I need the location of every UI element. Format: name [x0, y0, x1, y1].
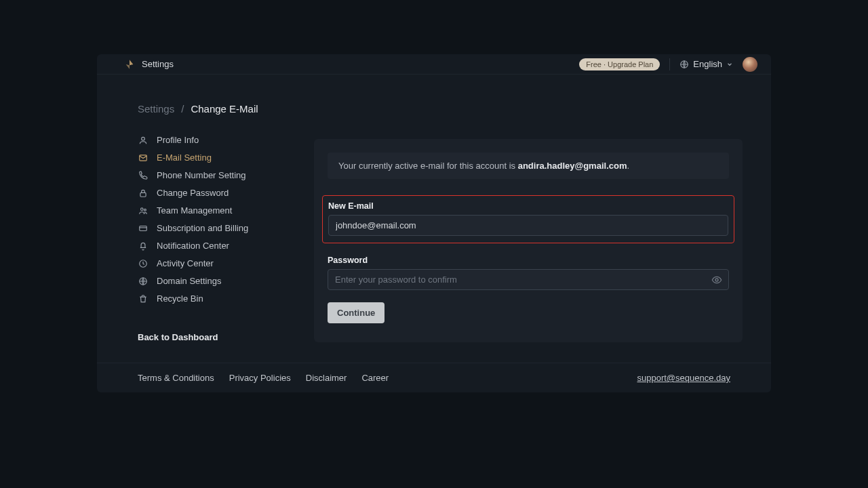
sidebar-item-label: Subscription and Billing [157, 223, 248, 233]
user-icon [138, 136, 149, 145]
password-input[interactable] [328, 269, 729, 290]
separator [669, 58, 670, 70]
lock-icon [138, 188, 149, 198]
footer-link-terms-conditions[interactable]: Terms & Conditions [138, 373, 214, 383]
sidebar-item-activity-center[interactable]: Activity Center [138, 258, 287, 268]
upgrade-plan-pill[interactable]: Free · Upgrade Plan [579, 58, 660, 70]
sidebar-item-phone-number-setting[interactable]: Phone Number Setting [138, 170, 287, 180]
sidebar-item-label: Change Password [157, 188, 229, 198]
sidebar-item-subscription-and-billing[interactable]: Subscription and Billing [138, 223, 287, 233]
sidebar-item-label: Profile Info [157, 135, 199, 145]
footer-link-career[interactable]: Career [361, 373, 389, 383]
back-to-dashboard[interactable]: Back to Dashboard [138, 332, 287, 342]
avatar[interactable] [743, 57, 757, 72]
svg-point-5 [144, 209, 146, 211]
svg-rect-3 [140, 192, 146, 197]
svg-rect-6 [140, 226, 147, 230]
current-email-suffix: . [627, 161, 629, 171]
page-title: Settings [142, 59, 174, 69]
footer-link-disclaimer[interactable]: Disclaimer [306, 373, 347, 383]
globe-icon [138, 277, 149, 286]
bell-icon [138, 241, 149, 251]
new-email-input[interactable] [328, 215, 728, 236]
sidebar-item-label: Phone Number Setting [157, 170, 246, 180]
current-email-banner: Your currently active e-mail for this ac… [328, 152, 729, 179]
sidebar-item-label: E-Mail Setting [157, 152, 212, 163]
support-email-link[interactable]: support@sequence.day [637, 373, 730, 383]
card-icon [138, 224, 149, 233]
sidebar-item-notification-center[interactable]: Notification Center [138, 241, 287, 251]
sidebar-item-recycle-bin[interactable]: Recycle Bin [138, 293, 287, 304]
sidebar-item-team-management[interactable]: Team Management [138, 205, 287, 216]
svg-point-9 [715, 279, 718, 281]
team-icon [138, 206, 149, 216]
sidebar-item-profile-info[interactable]: Profile Info [138, 135, 287, 145]
sidebar-item-domain-settings[interactable]: Domain Settings [138, 276, 287, 286]
password-field-group: Password [328, 256, 729, 290]
activity-icon [138, 259, 149, 268]
breadcrumb: Settings / Change E-Mail [97, 103, 771, 115]
language-label: English [693, 59, 722, 69]
new-email-label: New E-mail [328, 201, 728, 211]
trash-icon [138, 294, 149, 304]
svg-point-4 [141, 207, 144, 210]
breadcrumb-root[interactable]: Settings [138, 103, 174, 115]
current-email-prefix: Your currently active e-mail for this ac… [338, 161, 518, 171]
sidebar-item-label: Notification Center [157, 241, 229, 251]
language-switcher[interactable]: English [679, 59, 733, 69]
sidebar-item-label: Team Management [157, 205, 232, 216]
sidebar-item-change-password[interactable]: Change Password [138, 188, 287, 198]
password-label: Password [328, 256, 729, 265]
footer-link-privacy-policies[interactable]: Privacy Policies [229, 373, 291, 383]
breadcrumb-leaf: Change E-Mail [191, 103, 258, 115]
sidebar-item-label: Activity Center [157, 258, 214, 268]
continue-button[interactable]: Continue [328, 302, 384, 323]
breadcrumb-sep: / [181, 103, 184, 115]
current-email-value: andira.hadley@gmail.com [518, 161, 627, 171]
mail-icon [138, 153, 149, 163]
new-email-field-group: New E-mail [322, 195, 734, 243]
globe-icon [679, 60, 689, 69]
sidebar-item-e-mail-setting[interactable]: E-Mail Setting [138, 152, 287, 163]
sidebar-item-label: Domain Settings [157, 276, 221, 286]
sidebar-item-label: Recycle Bin [157, 293, 203, 304]
svg-point-1 [142, 137, 145, 140]
show-password-icon[interactable] [711, 274, 722, 285]
app-logo-icon [124, 59, 135, 70]
chevron-down-icon [726, 61, 733, 68]
phone-icon [138, 171, 149, 180]
